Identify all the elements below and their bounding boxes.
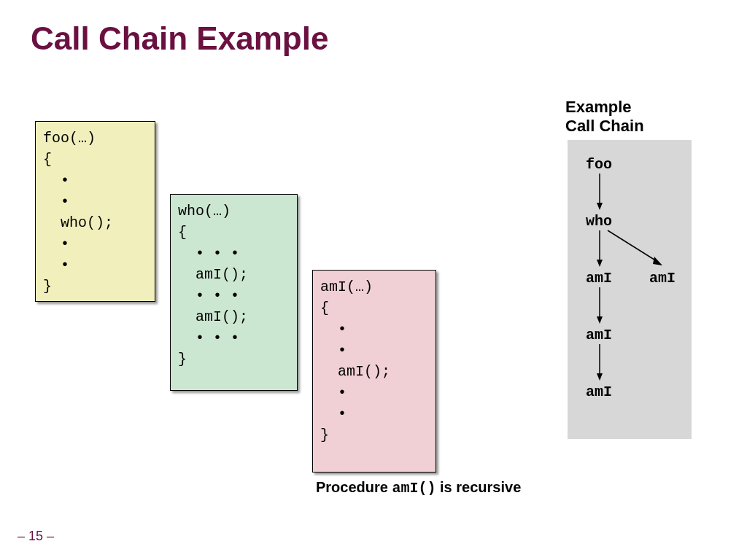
chain-amI-right: amI [649, 270, 676, 287]
svg-line-4 [608, 230, 657, 261]
chain-who: who [586, 213, 612, 230]
svg-marker-3 [597, 260, 603, 267]
svg-marker-9 [597, 373, 603, 381]
arrow-icon [597, 230, 603, 267]
chain-amI-3: amI [586, 384, 612, 400]
chain-amI-left: amI [586, 270, 612, 287]
note-mono: amI() [392, 480, 436, 497]
chain-label-line2: Call Chain [565, 117, 644, 135]
call-chain-box: foo who amI amI amI amI [568, 140, 692, 439]
code-box-who: who(…) { • • • amI(); • • • amI(); • • •… [170, 194, 298, 391]
svg-marker-1 [597, 203, 603, 210]
recursive-note: Procedure amI() is recursive [316, 479, 521, 497]
chain-amI-2: amI [586, 327, 612, 343]
page-number: – 15 – [18, 529, 54, 544]
arrow-icon [597, 344, 603, 381]
note-suffix: is recursive [436, 479, 522, 495]
code-box-foo: foo(…) { • • who(); • • } [35, 121, 155, 302]
code-box-amI: amI(…) { • • amI(); • • } [312, 270, 436, 472]
chain-label: Example Call Chain [565, 98, 644, 136]
chain-label-line1: Example [565, 98, 632, 116]
slide-title: Call Chain Example [31, 20, 328, 57]
arrow-icon [597, 287, 603, 324]
arrow-diagonal-icon [604, 230, 670, 268]
note-prefix: Procedure [316, 479, 392, 495]
svg-marker-7 [597, 316, 603, 324]
chain-foo: foo [586, 156, 612, 173]
arrow-icon [597, 174, 603, 210]
svg-marker-5 [653, 257, 662, 265]
